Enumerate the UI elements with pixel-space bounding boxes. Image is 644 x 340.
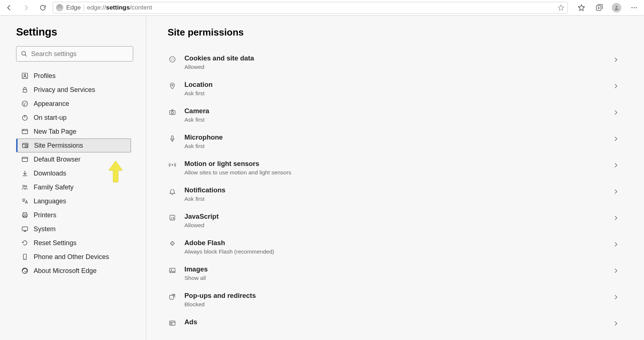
search-input[interactable] xyxy=(31,50,128,58)
sidebar-item-label: Site Permissions xyxy=(34,142,83,149)
permission-title: Pop-ups and redirects xyxy=(184,292,604,300)
permission-subtitle: Blocked xyxy=(184,301,604,308)
permission-text: LocationAsk first xyxy=(184,81,604,97)
permission-list: Cookies and site dataAllowedLocationAsk … xyxy=(168,49,622,333)
sidebar-item-devices[interactable]: Phone and Other Devices xyxy=(16,250,131,264)
forward-button[interactable] xyxy=(19,1,33,14)
window-icon xyxy=(21,156,29,163)
permission-text: Motion or light sensorsAllow sites to us… xyxy=(184,160,604,176)
sidebar-item-label: Printers xyxy=(34,211,56,219)
chevron-right-icon xyxy=(612,108,620,117)
settings-title: Settings xyxy=(16,26,131,38)
phone-icon xyxy=(21,253,29,260)
image-icon xyxy=(168,266,176,274)
page-heading: Site permissions xyxy=(168,27,622,38)
sidebar-item-startup[interactable]: On start-up xyxy=(16,111,131,125)
svg-point-3 xyxy=(634,7,635,8)
favorite-star-icon[interactable] xyxy=(557,4,565,11)
permission-subtitle: Show all xyxy=(184,275,604,281)
permission-subtitle: Allow sites to use motion and light sens… xyxy=(184,169,604,176)
search-settings-box[interactable] xyxy=(16,46,133,62)
collections-button[interactable] xyxy=(593,1,605,14)
sidebar-item-reset[interactable]: Reset Settings xyxy=(16,236,131,250)
chevron-right-icon xyxy=(612,188,620,196)
permission-item-camera[interactable]: CameraAsk first xyxy=(168,102,622,128)
sidebar-item-label: System xyxy=(34,225,56,233)
sidebar-item-defaultbrowser[interactable]: Default Browser xyxy=(16,152,131,166)
permission-title: Images xyxy=(184,265,604,273)
sidebar-item-system[interactable]: System xyxy=(16,222,131,236)
sidebar-item-newtab[interactable]: New Tab Page xyxy=(16,125,131,138)
sensor-icon xyxy=(168,161,176,169)
more-button[interactable] xyxy=(628,1,640,14)
permission-title: Camera xyxy=(184,107,604,115)
family-icon xyxy=(21,184,29,191)
permission-item-microphone[interactable]: MicrophoneAsk first xyxy=(168,128,622,155)
permission-title: Microphone xyxy=(184,133,604,141)
permission-item-location[interactable]: LocationAsk first xyxy=(168,75,622,102)
sidebar-item-languages[interactable]: Languages xyxy=(16,194,131,208)
chevron-right-icon xyxy=(612,161,620,169)
permission-item-motion[interactable]: Motion or light sensorsAllow sites to us… xyxy=(168,155,622,181)
permission-subtitle: Always block Flash (recommended) xyxy=(184,248,604,255)
sidebar-item-sitepermissions[interactable]: Site Permissions xyxy=(16,138,131,152)
permission-item-javascript[interactable]: JavaScriptAllowed xyxy=(168,207,622,234)
toolbar-right xyxy=(574,1,640,14)
permission-subtitle: Allowed xyxy=(184,222,604,229)
notification-icon xyxy=(168,187,176,195)
sidebar-item-label: Privacy and Services xyxy=(34,86,95,94)
permission-subtitle: Ask first xyxy=(184,196,604,202)
sidebar-item-label: About Microsoft Edge xyxy=(34,267,97,275)
nav-icons xyxy=(2,1,50,14)
main: Settings ProfilesPrivacy and ServicesApp… xyxy=(0,16,644,340)
browser-chrome: Edge edge://settings/content xyxy=(0,0,644,16)
sidebar-item-label: Languages xyxy=(34,197,66,205)
sidebar-item-about[interactable]: About Microsoft Edge xyxy=(16,264,131,278)
sidebar-item-privacy[interactable]: Privacy and Services xyxy=(16,83,131,97)
permissions-icon xyxy=(22,142,29,149)
lock-icon xyxy=(21,86,29,93)
popup-icon xyxy=(168,293,176,301)
sidebar-item-family[interactable]: Family Safety xyxy=(16,180,131,194)
address-bar[interactable]: Edge edge://settings/content xyxy=(53,2,568,14)
permission-title: JavaScript xyxy=(184,212,604,221)
permission-subtitle: Ask first xyxy=(184,90,604,97)
permission-item-cookies[interactable]: Cookies and site dataAllowed xyxy=(168,49,622,75)
sidebar-item-appearance[interactable]: Appearance xyxy=(16,97,131,111)
permission-title: Ads xyxy=(184,318,604,326)
permission-item-images[interactable]: ImagesShow all xyxy=(168,260,622,287)
download-icon xyxy=(21,170,29,177)
permission-title: Location xyxy=(184,81,604,89)
permission-item-notifications[interactable]: NotificationsAsk first xyxy=(168,181,622,207)
palette-icon xyxy=(21,100,29,107)
settings-sidebar: Settings ProfilesPrivacy and ServicesApp… xyxy=(0,16,146,340)
sidebar-item-profiles[interactable]: Profiles xyxy=(16,69,131,83)
sidebar-item-label: Family Safety xyxy=(34,184,74,191)
tab-origin-label: Edge xyxy=(66,4,81,11)
permission-text: Ads xyxy=(184,318,604,328)
svg-point-2 xyxy=(632,7,633,8)
favorites-button[interactable] xyxy=(575,1,588,14)
chevron-right-icon xyxy=(612,56,620,64)
chevron-right-icon xyxy=(612,240,620,248)
refresh-button[interactable] xyxy=(36,1,50,14)
permission-title: Cookies and site data xyxy=(184,54,604,62)
permission-text: NotificationsAsk first xyxy=(184,186,604,202)
profile-icon[interactable] xyxy=(610,1,623,14)
chevron-right-icon xyxy=(612,82,620,90)
permission-item-popups[interactable]: Pop-ups and redirectsBlocked xyxy=(168,287,622,313)
sidebar-item-downloads[interactable]: Downloads xyxy=(16,166,131,180)
javascript-icon xyxy=(168,214,176,222)
permission-title: Motion or light sensors xyxy=(184,160,604,168)
sidebar-item-printers[interactable]: Printers xyxy=(16,208,131,222)
back-button[interactable] xyxy=(2,1,16,14)
system-icon xyxy=(21,225,29,233)
sidebar-item-label: Profiles xyxy=(34,72,56,80)
permission-item-ads[interactable]: Ads xyxy=(168,313,622,333)
svg-point-5 xyxy=(22,51,26,55)
svg-point-4 xyxy=(636,7,637,8)
permission-subtitle: Allowed xyxy=(184,64,604,70)
sidebar-item-label: Phone and Other Devices xyxy=(34,253,109,261)
permission-item-flash[interactable]: Adobe FlashAlways block Flash (recommend… xyxy=(168,234,622,260)
permission-text: ImagesShow all xyxy=(184,265,604,281)
